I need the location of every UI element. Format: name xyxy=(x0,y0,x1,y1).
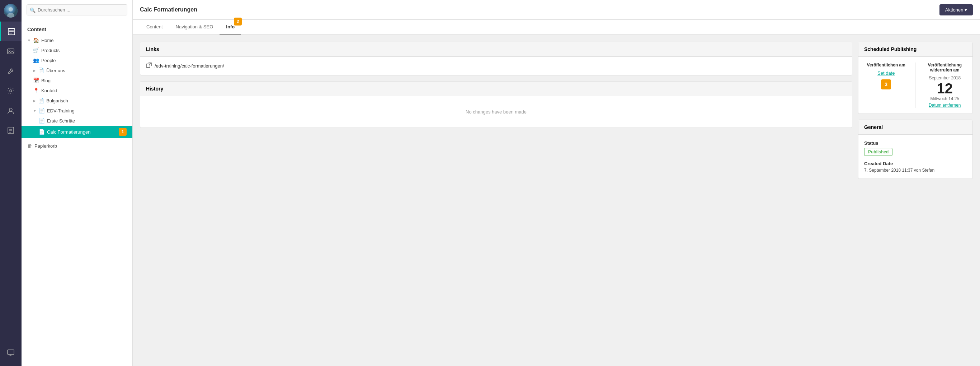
blog-icon: 📅 xyxy=(33,78,39,83)
tabs-bar: Content Navigation & SEO Info 2 xyxy=(133,20,980,35)
icon-bar-bottom xyxy=(0,343,22,366)
tree-item-products[interactable]: 🛒 Products xyxy=(22,45,132,55)
icon-bar-items xyxy=(0,22,22,343)
svg-rect-18 xyxy=(146,64,150,67)
page-icon: 📄 xyxy=(39,118,45,123)
actions-button[interactable]: Aktionen ▾ xyxy=(939,4,973,16)
main-panel: Links /edv-training/calc-formatierungen/ xyxy=(140,42,852,359)
sidebar-section-title: Content xyxy=(22,24,132,35)
content-area: Links /edv-training/calc-formatierungen/ xyxy=(133,35,980,366)
tree-item-people[interactable]: 👥 People xyxy=(22,55,132,66)
tree-item-kontakt[interactable]: 📍 Kontakt xyxy=(22,85,132,96)
sidebar-item-media[interactable] xyxy=(0,41,22,61)
sched-time: Mittwoch 14:25 xyxy=(930,96,959,101)
set-date-link[interactable]: Set date xyxy=(877,70,895,76)
created-date-label: Created Date xyxy=(864,161,967,166)
external-link-icon xyxy=(146,62,152,69)
tree-item-home[interactable]: ▼ 🏠 Home xyxy=(22,35,132,45)
tree-item-blog[interactable]: 📅 Blog xyxy=(22,75,132,85)
right-panel: Scheduled Publishing Veröffentlichen am … xyxy=(858,42,973,359)
sched-col-publish: Veröffentlichen am Set date 3 xyxy=(864,62,908,108)
status-badge: Published xyxy=(864,148,892,156)
topbar: Calc Formatierungen Aktionen ▾ xyxy=(133,0,980,20)
link-row: /edv-training/calc-formatierungen/ xyxy=(146,62,846,69)
home-icon: 🏠 xyxy=(33,37,39,43)
sched-day: 12 xyxy=(937,81,953,96)
products-icon: 🛒 xyxy=(33,47,39,53)
svg-rect-15 xyxy=(8,350,14,355)
tree-item-label: Papierkorb xyxy=(35,143,57,149)
tab-info[interactable]: Info 2 xyxy=(220,20,241,35)
sched-revoke-label: Veröffentlichung widerrufen am xyxy=(923,62,967,73)
tree-item-label: Blog xyxy=(41,78,51,83)
sidebar-item-tools[interactable] xyxy=(0,61,22,81)
tree-item-label: Calc Formatierungen xyxy=(47,129,91,135)
svg-point-9 xyxy=(10,90,12,92)
links-card-body: /edv-training/calc-formatierungen/ xyxy=(140,57,852,75)
sidebar-item-display[interactable] xyxy=(0,343,22,363)
tab-navigation-seo[interactable]: Navigation & SEO xyxy=(169,20,220,35)
tab-info-label: Info 2 xyxy=(226,24,235,29)
main-area: Calc Formatierungen Aktionen ▾ Content N… xyxy=(133,0,980,366)
sidebar-search-area: 🔍 xyxy=(22,0,132,20)
link-url: /edv-training/calc-formatierungen/ xyxy=(154,63,224,69)
tree-item-erste-schritte[interactable]: 📄 Erste Schritte xyxy=(22,116,132,126)
datum-entfernen-link[interactable]: Datum entfernen xyxy=(929,103,961,108)
trash-icon: 🗑 xyxy=(27,143,32,149)
tab-content[interactable]: Content xyxy=(140,20,169,35)
tab-info-badge: 2 xyxy=(234,18,242,26)
tree-item-bulgarisch[interactable]: ▶ 📄 Bulgarisch xyxy=(22,96,132,105)
page-icon: 📄 xyxy=(39,108,45,113)
tree-item-edv-training[interactable]: ▼ 📄 EDV-Training xyxy=(22,105,132,116)
created-date-value: 7. September 2018 11:37 von Stefan xyxy=(864,168,967,173)
links-card: Links /edv-training/calc-formatierungen/ xyxy=(140,42,852,75)
page-icon: 📄 xyxy=(38,98,44,104)
sidebar-item-settings[interactable] xyxy=(0,81,22,101)
tree-item-calc-formatierungen[interactable]: 📄 Calc Formatierungen 1 xyxy=(22,126,132,138)
tree-item-badge: 1 xyxy=(119,128,127,136)
page-title: Calc Formatierungen xyxy=(140,6,197,13)
page-icon: 📄 xyxy=(38,67,44,73)
tree-item-label: Über uns xyxy=(46,68,65,73)
tree-item-label: People xyxy=(41,58,56,63)
svg-point-1 xyxy=(9,7,13,11)
sched-divider xyxy=(915,62,916,108)
links-card-header: Links xyxy=(140,42,852,57)
sidebar-item-reports[interactable] xyxy=(0,120,22,140)
tree-item-label: EDV-Training xyxy=(47,108,75,113)
svg-rect-11 xyxy=(8,127,14,134)
arrow-icon: ▶ xyxy=(33,69,36,73)
sidebar-item-content[interactable] xyxy=(0,22,22,41)
history-card-body: No changes have been made xyxy=(140,96,852,128)
history-card: History No changes have been made xyxy=(140,81,852,128)
arrow-icon: ▶ xyxy=(33,99,36,103)
search-input[interactable] xyxy=(27,4,127,16)
tree-item-label: Kontakt xyxy=(41,88,57,93)
sidebar-tree: Content ▼ 🏠 Home 🛒 Products 👥 People ▶ 📄… xyxy=(22,20,132,366)
svg-point-10 xyxy=(10,108,12,111)
sched-month: September 2018 xyxy=(929,75,961,80)
status-label: Status xyxy=(864,141,967,146)
svg-point-8 xyxy=(9,50,10,51)
sidebar-item-users[interactable] xyxy=(0,101,22,120)
general-card-header: General xyxy=(858,120,972,135)
search-icon: 🔍 xyxy=(30,7,35,13)
tree-item-papierkorb[interactable]: 🗑 Papierkorb xyxy=(22,141,132,151)
scheduled-publishing-card: Scheduled Publishing Veröffentlichen am … xyxy=(858,42,973,114)
sched-publish-label: Veröffentlichen am xyxy=(867,62,905,67)
general-card-body: Status Published Created Date 7. Septemb… xyxy=(858,135,972,179)
scheduled-publishing-body: Veröffentlichen am Set date 3 Veröffentl… xyxy=(858,57,972,113)
tree-item-label: Bulgarisch xyxy=(46,98,68,104)
avatar[interactable] xyxy=(4,4,18,18)
arrow-icon: ▼ xyxy=(33,109,37,113)
general-card: General Status Published Created Date 7.… xyxy=(858,120,973,179)
avatar-area xyxy=(0,0,22,22)
scheduled-publishing-header: Scheduled Publishing xyxy=(858,42,972,57)
page-icon: 📄 xyxy=(39,129,45,135)
history-empty-message: No changes have been made xyxy=(146,102,846,122)
tree-item-ueber-uns[interactable]: ▶ 📄 Über uns xyxy=(22,66,132,75)
tree-item-label: Home xyxy=(41,38,54,43)
arrow-icon: ▼ xyxy=(27,38,31,42)
people-icon: 👥 xyxy=(33,58,39,63)
tree-item-label: Erste Schritte xyxy=(47,118,75,123)
